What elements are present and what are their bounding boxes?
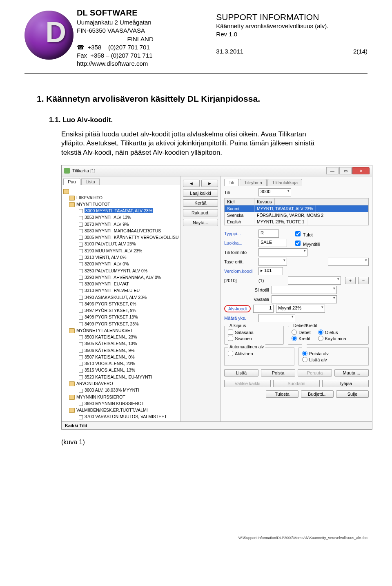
sisainen-check[interactable] [228,336,233,341]
lang-row[interactable]: SvenskaFÖRSÄLJNING, VAROR, MOMS 2 [225,212,368,218]
account-tree[interactable]: LIIKEVAIHTOMYYNTITUOTOT3000 MYYNTI, TAVA… [62,185,180,421]
tree-item[interactable]: 3080 MYYNTI, MARGINAALIVEROTUS [63,227,178,234]
tree-item[interactable]: 3200 MYYNTI, ALV 0% [63,261,178,267]
tree-item[interactable]: 3498 PYÖRISTYKSET 13% [63,314,178,320]
lang-row[interactable]: EnglishMYYNTI, 23%, TUOTE 1 [225,218,368,225]
minimize-button[interactable]: — [326,167,339,174]
tree-item[interactable]: 3100 PALVELUT, ALV 23% [63,241,178,247]
tab-tilitaulukkoja[interactable]: Tilitaulukkoja [267,179,302,186]
tree-item[interactable]: VALMIIDEN/KESK.ER.TUOTT.VALMI [63,407,178,413]
tree-item[interactable]: 3510 VUOSIALENN., 23% [63,360,178,367]
tase-dd2[interactable] [328,258,369,266]
tree-item[interactable]: ARVONLISÄVERO [63,380,178,387]
tree-item[interactable]: 3515 VUOSIALENN., 13% [63,367,178,373]
alv-field[interactable]: 1 [253,305,274,313]
tree-item[interactable]: 3290 MYYNTI, AHVENANMAA, ALV 0% [63,274,178,281]
vasta-dd[interactable] [272,295,337,303]
expand-all-button[interactable]: Laaj.kaikki [183,189,218,197]
tulot-check[interactable] [295,231,301,236]
next-button[interactable]: ► [201,180,218,187]
language-table[interactable]: SuomiMYYNTI, TAVARAT, ALV 23%SvenskaFÖRS… [224,205,369,225]
poista-alv-radio[interactable] [302,351,307,356]
section-heading: 1. Käännetyn arvolisäveron käsittely DL … [37,94,368,104]
tree-item[interactable]: 3190 MUU MYYNTI, ALV 23% [63,247,178,254]
tree-item[interactable]: 3600 ALV, 18,033% MYYNTI [63,387,178,393]
siirto-dd[interactable] [272,286,337,294]
oletus-radio[interactable] [318,330,323,335]
tree-item[interactable]: 3500 KÄTEISALENN., 23% [63,334,178,340]
debet-radio[interactable] [292,330,297,335]
tree-item[interactable]: 3496 PYÖRISTYKSET, 0% [63,301,178,307]
tab-tili[interactable]: Tili [224,179,239,186]
tree-item[interactable]: 3520 KÄTEISALENN., EU-MYYNTI [63,374,178,380]
show-button[interactable]: Näytä... [183,219,218,226]
sulje-button[interactable]: Sulje [336,390,369,398]
plus-button[interactable]: + [345,277,356,284]
alv-koodi-link[interactable]: Alv-koodi [224,305,251,312]
tree-item[interactable]: 3300 MYYNTI, EU-VAT [63,281,178,287]
close-button[interactable]: ✕ [352,167,370,174]
tree-item[interactable]: LIIKEVAIHTO [63,194,178,201]
kayta-radio[interactable] [318,336,323,341]
luokka-link[interactable]: Luokka... [224,241,256,245]
tree-item[interactable]: MYYNNIN KURSSIEROT [63,394,178,400]
tree-item[interactable]: 3499 PYÖRISTYKSET, 23% [63,321,178,327]
kredit-radio[interactable] [292,336,297,341]
toiminto-dd[interactable] [258,248,307,256]
tree-item[interactable]: 3690 MYYNNIN KURSSIEROT [63,400,178,407]
doc-title: SUPPORT INFORMATION [216,12,368,22]
muuta-button[interactable]: Muuta ... [334,369,369,377]
salasana-check[interactable] [228,330,233,335]
tyyppi-field[interactable]: R [258,229,279,238]
aktivinen-check[interactable] [228,351,233,356]
tab-puu[interactable]: Puu [63,178,80,185]
valitse-button[interactable]: Valitse kaikki [224,380,271,387]
collapse-button[interactable]: Kerää [183,199,218,207]
tili-field[interactable]: 3000 [258,188,291,196]
budjetti-button[interactable]: Budjetti... [301,390,334,398]
tree-item[interactable]: 3506 KÄTEISALENN., 9% [63,347,178,354]
prev-button[interactable]: ◄ [183,180,200,187]
tree-item[interactable]: 3700 VARASTON MUUTOS, VALMISTEET [63,413,178,420]
tree-item[interactable]: 3210 VIENTI, ALV 0% [63,254,178,261]
tyyppi-link[interactable]: Tyyppi... [224,231,256,236]
myyntitili-check[interactable] [295,241,301,246]
tulosta-button[interactable]: Tulosta [266,390,298,398]
tyhjaa-button[interactable]: Tyhjää [322,380,369,387]
lang-row[interactable]: SuomiMYYNTI, TAVARAT, ALV 23% [225,205,368,212]
alv-dd[interactable]: Myynti 23% [276,305,325,313]
maximize-button[interactable]: ▭ [339,167,352,174]
tree-item[interactable]: 3070 MYYNTI, ALV 9% [63,221,178,227]
poista-button[interactable]: Poista [261,369,295,377]
peruuta-button[interactable]: Peruuta [298,369,332,377]
maara-dd[interactable] [258,314,295,322]
tase-dd[interactable] [258,258,287,266]
tab-lista[interactable]: Lista [81,178,100,185]
tree-item[interactable]: 3250 PALVELUMYYNTI, ALV 0% [63,267,178,274]
tab-tiliryhma[interactable]: Tiliryhmä [240,179,267,186]
minus-button[interactable]: − [358,277,369,284]
tree-root[interactable] [63,187,178,194]
tree-item[interactable]: 3507 KÄTEISALENN., 0% [63,354,178,360]
tree-item[interactable]: 3050 MYYNTI, ALV 13% [63,214,178,221]
tree-item[interactable]: 3000 MYYNTI, TAVARAT, ALV 23% [63,207,178,214]
doc-date: 31.3.2011 [216,48,243,55]
doc-subtitle: Käännetty arvonlisäverovelvollisuus (alv… [216,22,368,39]
tree-item[interactable]: 3497 PYÖRISTYKSET, 9% [63,307,178,314]
tree-item[interactable]: VALMISTUS OMAAN KÄYTTÖÖN [63,420,178,422]
tree-item[interactable]: MYÖNNETYT ALENNUKSET [63,327,178,334]
maara-link[interactable]: Määrä yks. [224,316,256,321]
verolom-field[interactable]: ▸ 101 [258,267,283,275]
verolom-link[interactable]: Verolom.koodi [224,269,256,274]
suodatin-button[interactable]: Suodatin [273,380,320,387]
tree-item[interactable]: 3085 MYYNTI, KÄÄNNETTY VEROVELVOLLISU [63,234,178,241]
tree-item[interactable]: MYYNTITUOTOT [63,201,178,207]
luokka-field[interactable]: SALE [258,239,287,247]
lisaa-button[interactable]: Lisää [224,369,258,377]
yr-dd[interactable] [288,276,341,285]
rebuild-button[interactable]: Rak.uud. [183,209,218,216]
tree-item[interactable]: 3490 ASIAKASKULUT, ALV 23% [63,294,178,301]
tree-item[interactable]: 3310 MYYNTI, PALVELU EU [63,287,178,294]
tree-item[interactable]: 3505 KÄTEISALENN., 13% [63,340,178,347]
lisaa-alv-radio[interactable] [302,357,307,362]
